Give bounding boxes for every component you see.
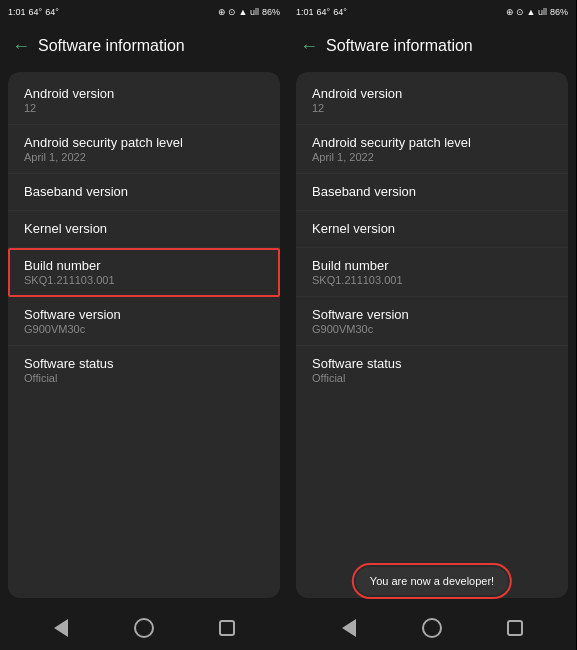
status-bar-right: 1:01 64° 64° ⊕ ⊙ ▲ ull 86% — [288, 0, 576, 24]
baseband-label-left: Baseband version — [24, 184, 264, 199]
content-left: Android version 12 Android security patc… — [8, 72, 280, 598]
recents-nav-left[interactable] — [213, 614, 241, 642]
security-patch-item-right: Android security patch level April 1, 20… — [296, 125, 568, 174]
left-phone-panel: 1:01 64° 64° ⊕ ⊙ ▲ ull 86% ← Software in… — [0, 0, 288, 650]
developer-toast: You are now a developer! — [356, 567, 508, 595]
software-version-label-left: Software version — [24, 307, 264, 322]
build-number-item-left[interactable]: Build number SKQ1.211103.001 — [8, 248, 280, 297]
content-right: Android version 12 Android security patc… — [296, 72, 568, 598]
android-version-value-left: 12 — [24, 102, 264, 114]
nav-bar-right — [288, 606, 576, 650]
header-title-right: Software information — [326, 37, 473, 55]
back-button-left[interactable]: ← — [12, 36, 30, 57]
right-phone-panel: 1:01 64° 64° ⊕ ⊙ ▲ ull 86% ← Software in… — [288, 0, 576, 650]
kernel-label-left: Kernel version — [24, 221, 264, 236]
status-left-right: 1:01 64° 64° — [296, 7, 347, 17]
back-nav-right[interactable] — [335, 614, 363, 642]
security-patch-label-right: Android security patch level — [312, 135, 552, 150]
home-nav-right[interactable] — [418, 614, 446, 642]
software-status-label-right: Software status — [312, 356, 552, 371]
time-left: 1:01 — [8, 7, 26, 17]
security-patch-label-left: Android security patch level — [24, 135, 264, 150]
android-version-label-right: Android version — [312, 86, 552, 101]
security-patch-item-left: Android security patch level April 1, 20… — [8, 125, 280, 174]
software-version-item-left: Software version G900VM30c — [8, 297, 280, 346]
software-status-item-left: Software status Official — [8, 346, 280, 394]
temp-left: 64° — [29, 7, 43, 17]
recents-nav-right[interactable] — [501, 614, 529, 642]
kernel-item-left: Kernel version — [8, 211, 280, 248]
android-version-value-right: 12 — [312, 102, 552, 114]
software-status-label-left: Software status — [24, 356, 264, 371]
battery-left: 86% — [262, 7, 280, 17]
software-version-item-right: Software version G900VM30c — [296, 297, 568, 346]
security-patch-value-left: April 1, 2022 — [24, 151, 264, 163]
software-status-value-right: Official — [312, 372, 552, 384]
temp-right: 64° — [317, 7, 331, 17]
software-status-item-right: Software status Official — [296, 346, 568, 394]
back-button-right[interactable]: ← — [300, 36, 318, 57]
build-number-value-left: SKQ1.211103.001 — [24, 274, 264, 286]
build-number-value-right: SKQ1.211103.001 — [312, 274, 552, 286]
android-version-label-left: Android version — [24, 86, 264, 101]
icons-right: ⊕ ⊙ ▲ ull — [506, 7, 547, 17]
header-left: ← Software information — [0, 24, 288, 68]
back-nav-left[interactable] — [47, 614, 75, 642]
kernel-label-right: Kernel version — [312, 221, 552, 236]
android-version-item-right: Android version 12 — [296, 76, 568, 125]
software-version-value-right: G900VM30c — [312, 323, 552, 335]
baseband-item-left: Baseband version — [8, 174, 280, 211]
status-right-right: ⊕ ⊙ ▲ ull 86% — [506, 7, 568, 17]
software-version-label-right: Software version — [312, 307, 552, 322]
kernel-item-right: Kernel version — [296, 211, 568, 248]
security-patch-value-right: April 1, 2022 — [312, 151, 552, 163]
temp2-left: 64° — [45, 7, 59, 17]
battery-right: 86% — [550, 7, 568, 17]
time-right: 1:01 — [296, 7, 314, 17]
build-number-label-right: Build number — [312, 258, 552, 273]
icons-left: ⊕ ⊙ ▲ ull — [218, 7, 259, 17]
status-bar-left: 1:01 64° 64° ⊕ ⊙ ▲ ull 86% — [0, 0, 288, 24]
status-right-left: ⊕ ⊙ ▲ ull 86% — [218, 7, 280, 17]
header-title-left: Software information — [38, 37, 185, 55]
home-nav-left[interactable] — [130, 614, 158, 642]
status-left: 1:01 64° 64° — [8, 7, 59, 17]
build-number-item-right[interactable]: Build number SKQ1.211103.001 — [296, 248, 568, 297]
software-status-value-left: Official — [24, 372, 264, 384]
software-version-value-left: G900VM30c — [24, 323, 264, 335]
android-version-item-left: Android version 12 — [8, 76, 280, 125]
nav-bar-left — [0, 606, 288, 650]
build-number-label-left: Build number — [24, 258, 264, 273]
baseband-item-right: Baseband version — [296, 174, 568, 211]
header-right: ← Software information — [288, 24, 576, 68]
temp2-right: 64° — [333, 7, 347, 17]
baseband-label-right: Baseband version — [312, 184, 552, 199]
